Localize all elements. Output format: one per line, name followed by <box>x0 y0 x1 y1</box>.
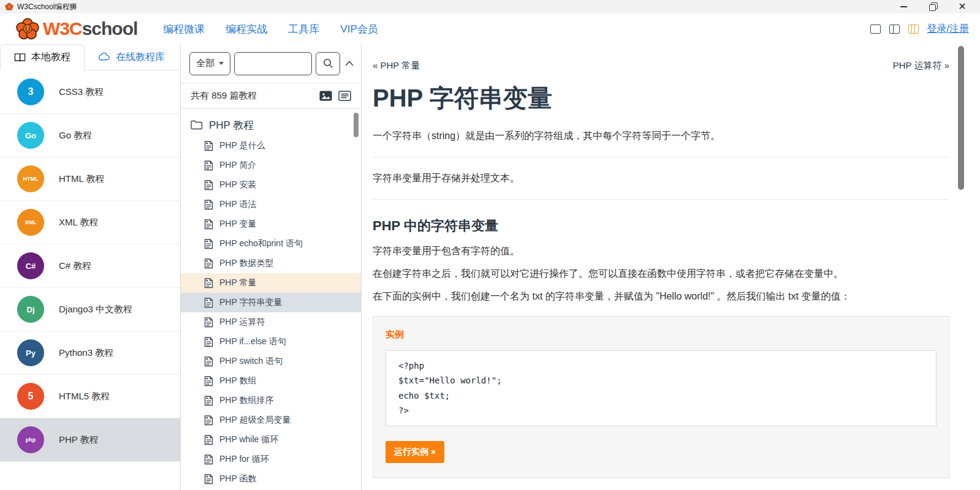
chapter-item[interactable]: PHP while 循环 <box>181 430 361 450</box>
filter-dropdown-label: 全部 <box>196 58 215 69</box>
chapter-label: PHP 语法 <box>219 199 256 210</box>
chapter-item[interactable]: PHP 超级全局变量 <box>181 410 361 430</box>
chapter-items: PHP 是什么PHP 简介PHP 安装PHP 语法PHP 变量PHP echo和… <box>181 136 361 489</box>
chapter-root[interactable]: PHP 教程 <box>181 114 361 136</box>
document-icon <box>204 160 213 171</box>
header: U W3Cschool 编程微课编程实战工具库VIP会员 登录/注册 <box>0 13 980 44</box>
sidebar-course-item[interactable]: DjDjango3 中文教程 <box>0 288 180 331</box>
chapter-item[interactable]: PHP echo和print 语句 <box>181 234 361 254</box>
body-paragraph-2: 在创建字符串之后，我们就可以对它进行操作了。您可以直接在函数中使用字符串，或者把… <box>373 266 949 281</box>
document-icon <box>204 415 213 426</box>
filter-dropdown[interactable]: 全部 <box>189 52 230 75</box>
restore-button[interactable] <box>929 2 937 11</box>
course-icon: 5 <box>17 383 44 410</box>
course-label: Go 教程 <box>59 130 92 141</box>
chapter-item[interactable]: PHP 数组排序 <box>181 391 361 410</box>
document-icon <box>204 317 213 328</box>
tutorial-count: 共有 859 篇教程 <box>191 90 257 102</box>
chapter-label: PHP switch 语句 <box>219 356 283 367</box>
prev-chapter-link[interactable]: « PHP 常量 <box>373 60 420 72</box>
chapter-label: PHP 数组排序 <box>219 395 273 406</box>
chapter-item[interactable]: PHP switch 语句 <box>181 352 361 371</box>
chapter-label: PHP 超级全局变量 <box>219 415 291 426</box>
sidebar-course-item[interactable]: 5HTML5 教程 <box>0 375 180 418</box>
chapter-item[interactable]: PHP 常量 <box>181 273 361 293</box>
svg-text:U: U <box>25 25 31 34</box>
chapter-item[interactable]: PHP 安装 <box>181 175 361 195</box>
nav-item-1[interactable]: 编程实战 <box>226 22 267 36</box>
course-icon: Py <box>17 339 44 366</box>
sidebar-course-item[interactable]: HTMLHTML 教程 <box>0 157 180 201</box>
minimize-button[interactable] <box>899 2 908 11</box>
collapse-search-button[interactable] <box>345 61 354 66</box>
chevron-up-icon <box>345 61 354 66</box>
folder-icon <box>191 120 203 130</box>
chapter-item[interactable]: PHP if...else 语句 <box>181 332 361 352</box>
tutorial-count-row: 共有 859 篇教程 <box>181 83 361 109</box>
course-label: Django3 中文教程 <box>59 304 132 315</box>
search-icon <box>322 58 334 69</box>
three-pane-layout-icon[interactable] <box>908 24 919 34</box>
close-button[interactable]: ✕ <box>958 2 967 11</box>
search-input[interactable] <box>234 52 312 75</box>
chapter-label: PHP 函数 <box>219 473 256 484</box>
search-button[interactable] <box>316 52 340 75</box>
page-title: PHP 字符串变量 <box>373 81 949 115</box>
chapter-item[interactable]: PHP 是什么 <box>181 136 361 156</box>
nav-item-3[interactable]: VIP会员 <box>340 22 378 36</box>
nav-item-2[interactable]: 工具库 <box>288 22 319 36</box>
sidebar-course-item[interactable]: PyPython3 教程 <box>0 331 180 375</box>
body-paragraph-3: 在下面的实例中，我们创建一个名为 txt 的字符串变量，并赋值为 "Hello … <box>373 289 949 303</box>
next-chapter-link[interactable]: PHP 运算符 » <box>893 60 949 72</box>
content-scrollbar[interactable] <box>958 46 964 190</box>
course-icon: 3 <box>17 78 44 105</box>
search-row: 全部 <box>181 44 361 83</box>
course-icon: XML <box>17 209 44 236</box>
chapter-tree: PHP 教程 PHP 是什么PHP 简介PHP 安装PHP 语法PHP 变量PH… <box>181 109 361 490</box>
sidebar-course-item[interactable]: phpPHP 教程 <box>0 418 180 462</box>
sidebar-course-item[interactable]: C#C# 教程 <box>0 244 180 288</box>
sidebar-course-item[interactable]: XMLXML 教程 <box>0 201 180 244</box>
catalog-scrollbar[interactable] <box>354 113 359 137</box>
chapter-item[interactable]: PHP 字符串变量 <box>181 293 361 312</box>
single-pane-layout-icon[interactable] <box>870 24 881 34</box>
tab-online-library[interactable]: 在线教程库 <box>85 44 178 70</box>
chapter-item[interactable]: PHP 函数 <box>181 469 361 489</box>
chapter-label: PHP while 循环 <box>219 434 278 445</box>
document-icon <box>204 396 213 406</box>
nav-item-0[interactable]: 编程微课 <box>163 22 205 36</box>
course-label: C# 教程 <box>59 260 91 272</box>
sidebar-course-item[interactable]: 3CSS3 教程 <box>0 70 180 114</box>
content-topnav: « PHP 常量 PHP 运算符 » <box>373 60 949 72</box>
document-icon <box>204 200 213 210</box>
chapter-item[interactable]: PHP 简介 <box>181 156 361 175</box>
course-label: HTML 教程 <box>59 173 104 185</box>
chapter-item[interactable]: PHP 运算符 <box>181 312 361 332</box>
chapter-item[interactable]: PHP 数组 <box>181 371 361 391</box>
example-label: 实例 <box>386 329 936 341</box>
example-box: 实例 <?php $txt="Hello world!"; echo $txt;… <box>373 316 949 478</box>
chapter-item[interactable]: PHP 变量 <box>181 214 361 234</box>
chapter-label: PHP 变量 <box>219 219 256 230</box>
two-pane-layout-icon[interactable] <box>889 24 900 34</box>
chapter-item[interactable]: PHP for 循环 <box>181 450 361 469</box>
chapter-item[interactable]: PHP 数据类型 <box>181 254 361 273</box>
chapter-root-label: PHP 教程 <box>209 118 254 132</box>
body-paragraph-1: 字符串变量用于包含有字符的值。 <box>373 244 949 258</box>
document-icon <box>204 219 213 230</box>
tab-local-tutorials[interactable]: 本地教程 <box>0 44 85 70</box>
run-example-button[interactable]: 运行实例 » <box>386 441 444 463</box>
login-register-link[interactable]: 登录/注册 <box>927 23 969 36</box>
document-icon <box>204 337 213 347</box>
list-view-icon[interactable] <box>338 91 351 101</box>
chapter-label: PHP for 循环 <box>219 454 269 465</box>
course-icon: php <box>17 426 44 453</box>
cloud-icon <box>98 53 110 61</box>
code-block: <?php $txt="Hello world!"; echo $txt; ?> <box>386 350 936 426</box>
course-label: CSS3 教程 <box>59 86 104 98</box>
sidebar-course-item[interactable]: GoGo 教程 <box>0 114 180 157</box>
document-icon <box>204 474 213 484</box>
brand-logo[interactable]: U W3Cschool <box>16 17 137 40</box>
chapter-item[interactable]: PHP 语法 <box>181 195 361 214</box>
image-view-icon[interactable] <box>319 91 332 101</box>
